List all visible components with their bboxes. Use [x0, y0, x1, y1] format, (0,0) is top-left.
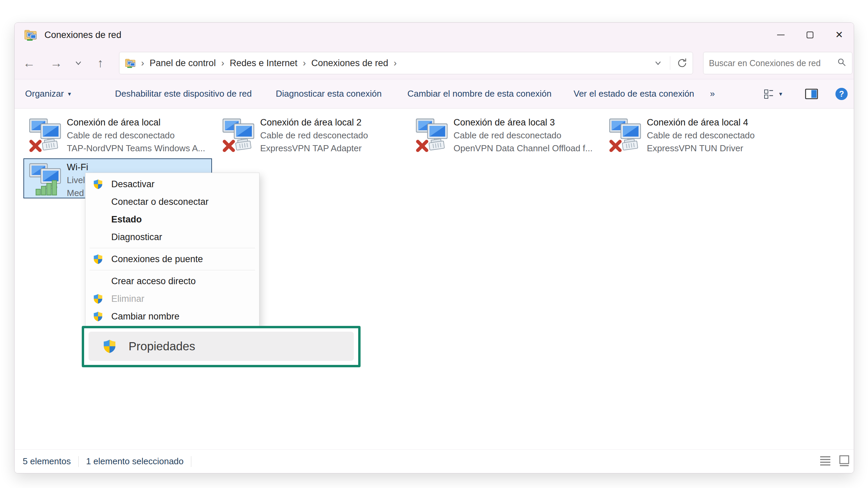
- menu-separator: [90, 248, 255, 248]
- context-menu-item-estado[interactable]: Estado: [85, 211, 259, 228]
- connection-name: Conexión de área local 2: [260, 116, 368, 129]
- wifi-connection-icon: [28, 162, 63, 197]
- connection-status: Cable de red desconectado: [454, 129, 593, 142]
- refresh-icon: [676, 57, 688, 69]
- uac-shield-icon: [92, 179, 104, 190]
- context-menu-item-conectar-o-desconectar[interactable]: Conectar o desconectar: [85, 193, 259, 211]
- minimize-button[interactable]: [766, 23, 795, 47]
- rj45-plug-icon: [428, 138, 444, 150]
- context-menu-item-crear-acceso-directo[interactable]: Crear acceso directo: [85, 272, 259, 290]
- breadcrumb-chevron-icon: ›: [221, 58, 224, 69]
- connection-tile-conexi-n-de-rea-local-2[interactable]: Conexión de área local 2Cable de red des…: [217, 114, 405, 154]
- menu-item-label: Estado: [111, 214, 142, 225]
- preview-pane-icon: [805, 89, 818, 99]
- toolbar-item-label: Ver el estado de esta conexión: [574, 89, 694, 99]
- context-menu-item-eliminar: Eliminar: [85, 290, 259, 308]
- toolbar-item-label: Organizar: [25, 89, 64, 99]
- toolbar-item-deshabilitar[interactable]: Deshabilitar este dispositivo de red: [115, 79, 252, 108]
- list-view-toggle[interactable]: [819, 455, 831, 468]
- address-bar[interactable]: ›Panel de control›Redes e Internet›Conex…: [119, 52, 693, 74]
- red-x-icon: [611, 141, 620, 150]
- context-menu-item-propiedades[interactable]: Propiedades: [89, 332, 354, 361]
- lan-disconnected-icon: [28, 117, 63, 152]
- toolbar-overflow-chevron[interactable]: »: [710, 79, 715, 108]
- connection-name: Conexión de área local: [67, 116, 205, 129]
- connection-device: OpenVPN Data Channel Offload f...: [454, 142, 593, 155]
- connection-status: Cable de red desconectado: [260, 129, 368, 142]
- details-view-button[interactable]: [764, 79, 775, 108]
- menu-item-label: Cambiar nombre: [111, 311, 179, 322]
- uac-shield-icon: [93, 254, 103, 265]
- context-menu-item-diagnosticar[interactable]: Diagnosticar: [85, 228, 259, 246]
- recent-locations-button[interactable]: [72, 47, 85, 79]
- red-x-icon: [418, 141, 427, 150]
- maximize-button[interactable]: [795, 23, 825, 47]
- back-button[interactable]: ←: [19, 47, 39, 79]
- breadcrumb-segment[interactable]: Panel de control: [150, 58, 216, 69]
- menu-item-label: Propiedades: [129, 339, 195, 353]
- menu-item-label: Conexiones de puente: [111, 254, 203, 265]
- search-input[interactable]: [709, 58, 837, 68]
- lan-disconnected-icon: [608, 117, 643, 152]
- close-icon: ✕: [835, 30, 843, 40]
- red-x-icon: [31, 141, 40, 150]
- forward-icon: →: [50, 56, 62, 70]
- connection-device: TAP-NordVPN Teams Windows A...: [67, 142, 205, 155]
- breadcrumb: ›Panel de control›Redes e Internet›Conex…: [136, 58, 402, 69]
- refresh-button[interactable]: [672, 52, 693, 74]
- status-divider: [191, 456, 191, 467]
- connection-status: Cable de red desconectado: [647, 129, 755, 142]
- uac-shield-icon: [92, 311, 104, 322]
- search-icon: [837, 58, 847, 69]
- toolbar-item-cambiar[interactable]: Cambiar el nombre de esta conexión: [407, 79, 552, 108]
- search-box[interactable]: [703, 52, 852, 74]
- context-menu-item-desactivar[interactable]: Desactivar: [85, 175, 259, 193]
- rj45-plug-icon: [235, 138, 251, 150]
- connections-list: Conexión de área localCable de red desco…: [15, 109, 854, 449]
- context-menu-item-conexiones-de-puente[interactable]: Conexiones de puente: [85, 250, 259, 268]
- up-button[interactable]: ↑: [91, 47, 110, 79]
- window-title: Conexiones de red: [44, 30, 121, 40]
- uac-shield-icon: [93, 311, 103, 322]
- connection-tile-conexi-n-de-rea-local-4[interactable]: Conexión de área local 4Cable de red des…: [603, 114, 792, 154]
- context-menu-item-cambiar-nombre[interactable]: Cambiar nombre: [85, 308, 259, 325]
- connection-device: ExpressVPN TUN Driver: [647, 142, 755, 155]
- breadcrumb-segment[interactable]: Conexiones de red: [311, 58, 388, 69]
- close-button[interactable]: ✕: [825, 23, 854, 47]
- connection-tile-conexi-n-de-rea-local[interactable]: Conexión de área localCable de red desco…: [23, 114, 212, 154]
- minimize-icon: [777, 35, 785, 35]
- breadcrumb-chevron-icon[interactable]: ›: [393, 58, 397, 69]
- connection-name: Wi-Fi: [67, 161, 88, 174]
- lan-disconnected-icon: [221, 117, 257, 152]
- screenshot-canvas: Conexiones de red ✕ ← → ↑: [0, 0, 868, 488]
- network-connections-icon: [125, 58, 136, 69]
- items-count: 5 elementos: [23, 456, 71, 467]
- forward-button[interactable]: →: [46, 47, 66, 79]
- chevron-down-icon: [655, 61, 661, 65]
- connection-tile-conexi-n-de-rea-local-3[interactable]: Conexión de área local 3Cable de red des…: [410, 114, 599, 154]
- uac-shield-icon: [93, 293, 103, 304]
- toolbar-item-ver[interactable]: Ver el estado de esta conexión: [574, 79, 694, 108]
- chevron-down-icon: [75, 61, 82, 65]
- menu-item-label: Diagnosticar: [111, 232, 162, 242]
- list-view-icon: [819, 455, 831, 467]
- breadcrumb-segment[interactable]: Redes e Internet: [230, 58, 297, 69]
- network-connections-app-icon: [24, 28, 37, 41]
- toolbar-item-diagnosticar[interactable]: Diagnosticar esta conexión: [276, 79, 382, 108]
- rj45-plug-icon: [622, 138, 638, 150]
- view-dropdown-caret[interactable]: ▾: [779, 79, 782, 108]
- uac-shield-icon: [102, 339, 117, 354]
- address-dropdown-button[interactable]: [648, 52, 669, 74]
- menu-item-label: Desactivar: [111, 179, 155, 190]
- toolbar-item-organizar[interactable]: Organizar▾: [25, 79, 71, 108]
- toolbar-item-label: Cambiar el nombre de esta conexión: [407, 89, 552, 99]
- title-bar: Conexiones de red ✕: [15, 23, 854, 47]
- help-button[interactable]: ?: [835, 79, 848, 108]
- red-x-icon: [225, 141, 233, 150]
- caret-down-icon: ▾: [68, 90, 71, 98]
- large-icons-toggle[interactable]: [838, 455, 850, 468]
- menu-item-label: Conectar o desconectar: [111, 197, 209, 207]
- connection-status: Cable de red desconectado: [67, 129, 205, 142]
- preview-pane-button[interactable]: [805, 79, 818, 108]
- command-toolbar: » ▾ ? Organizar: [15, 79, 854, 109]
